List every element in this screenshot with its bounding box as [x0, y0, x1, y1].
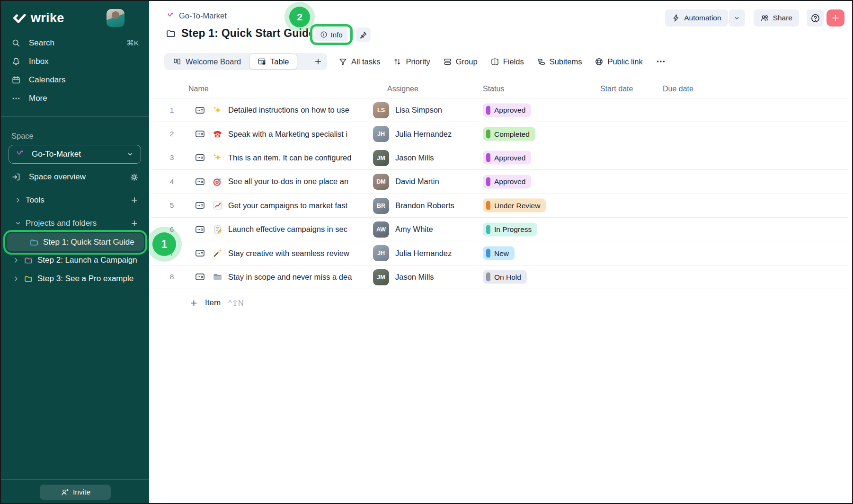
assignee-avatar[interactable]: BR	[373, 198, 389, 214]
task-name[interactable]: Stay in scope and never miss a dea	[228, 265, 364, 289]
column-header-start-date[interactable]: Start date	[600, 85, 633, 93]
view-tab-welcome-board[interactable]: Welcome Board	[164, 53, 249, 70]
share-button[interactable]: Share	[754, 9, 799, 27]
status-badge[interactable]: In Progress	[483, 222, 537, 236]
status-badge[interactable]: Completed	[483, 127, 535, 141]
status-badge[interactable]: On Hold	[483, 270, 527, 284]
column-header-name[interactable]: Name	[188, 85, 209, 93]
assignee-name[interactable]: Jason Mills	[395, 265, 434, 289]
column-header-status[interactable]: Status	[483, 85, 504, 93]
toolbar-subitems[interactable]: Subitems	[537, 57, 582, 66]
sidebar-item-calendars[interactable]: Calendars	[1, 71, 149, 89]
chevron-right-icon[interactable]	[12, 275, 20, 283]
chevron-right-icon[interactable]	[12, 256, 20, 264]
question-icon	[810, 13, 820, 23]
sidebar-item-search[interactable]: Search ⌘K	[1, 34, 149, 52]
table-row[interactable]: 8 Stay in scope and never miss a dea JM …	[151, 265, 848, 289]
task-name[interactable]: Get your campaigns to market fast	[228, 194, 364, 217]
table-row[interactable]: 3 This is an item. It can be configured …	[151, 146, 848, 170]
task-name[interactable]: This is an item. It can be configured	[228, 146, 364, 169]
gear-icon[interactable]	[130, 173, 139, 182]
invite-button[interactable]: Invite	[40, 485, 111, 500]
assignee-name[interactable]: Jason Mills	[395, 146, 434, 169]
status-badge[interactable]: Under Review	[483, 199, 546, 212]
assignee-avatar[interactable]: LS	[373, 102, 389, 118]
status-badge[interactable]: New	[483, 247, 515, 260]
status-bar	[486, 177, 490, 186]
assignee-avatar[interactable]: JH	[373, 245, 389, 261]
column-header-due-date[interactable]: Due date	[663, 85, 693, 93]
task-name[interactable]: Detailed instructions on how to use	[228, 98, 364, 122]
sidebar-item-tools[interactable]: Tools	[1, 191, 149, 209]
toolbar-fields[interactable]: Fields	[490, 57, 524, 66]
chevron-right-icon[interactable]	[14, 196, 22, 204]
sidebar-folder-1[interactable]: Step 1: Quick Start Guide	[7, 233, 144, 251]
status-bar	[486, 130, 490, 139]
row-number: 2	[164, 122, 180, 145]
table-row[interactable]: 7 Stay creative with seamless review JH …	[151, 241, 848, 265]
sidebar-folder-3[interactable]: Step 3: See a Pro example	[7, 270, 144, 288]
table-row[interactable]: 5 Get your campaigns to market fast BR B…	[151, 194, 848, 218]
create-new-button[interactable]	[826, 9, 844, 27]
info-button[interactable]: Info	[315, 28, 347, 41]
automation-button[interactable]: Automation	[665, 9, 728, 27]
assignee-avatar[interactable]: DM	[373, 174, 389, 190]
assignee-avatar[interactable]: AW	[373, 221, 389, 238]
add-view-button[interactable]	[309, 53, 327, 70]
breadcrumb[interactable]: Go-To-Market	[167, 11, 227, 20]
assignee-name[interactable]: Lisa Simpson	[395, 98, 442, 122]
status-badge[interactable]: Approved	[483, 151, 531, 165]
table-body: 1 Detailed instructions on how to use LS…	[151, 98, 848, 289]
table-row[interactable]: 1 Detailed instructions on how to use LS…	[151, 98, 848, 122]
task-name[interactable]: Speak with a Marketing specialist i	[228, 122, 364, 145]
column-header-assignee[interactable]: Assignee	[387, 85, 418, 93]
collapse-sidebar-icon[interactable]	[130, 14, 139, 22]
assignee-name[interactable]: David Martin	[395, 170, 439, 193]
view-tab-table[interactable]: Table	[249, 53, 297, 70]
task-name[interactable]: Launch effective campaigns in sec	[228, 218, 364, 241]
sidebar-item-more[interactable]: More	[1, 89, 149, 107]
user-avatar[interactable]	[107, 9, 124, 27]
assignee-name[interactable]: Brandon Roberts	[395, 194, 454, 217]
assignee-avatar[interactable]: JH	[373, 126, 389, 142]
assignee-avatar[interactable]: JM	[373, 150, 389, 166]
pin-button[interactable]	[355, 27, 371, 42]
overview-icon	[11, 172, 21, 182]
assignee-name[interactable]: Julia Hernandez	[395, 241, 452, 265]
table-row[interactable]: 6 Launch effective campaigns in sec AW A…	[151, 218, 848, 241]
status-bar	[486, 201, 490, 210]
toolbar-priority[interactable]: Priority	[393, 57, 430, 66]
space-menu-icon[interactable]	[130, 132, 139, 140]
toolbar-public-link[interactable]: Public link	[595, 57, 642, 66]
emoji-sparkles-icon	[213, 153, 222, 163]
task-name[interactable]: Stay creative with seamless review	[228, 241, 364, 265]
status-badge[interactable]: Approved	[483, 175, 531, 188]
plus-icon	[189, 299, 198, 308]
sidebar-item-projects-and-folders[interactable]: Projects and folders	[1, 214, 149, 232]
chevron-down-icon[interactable]	[14, 220, 22, 227]
breadcrumb-label: Go-To-Market	[179, 11, 227, 20]
add-column-icon[interactable]	[727, 84, 736, 93]
assignee-name[interactable]: Julia Hernandez	[395, 122, 452, 145]
status-badge[interactable]: Approved	[483, 103, 531, 117]
toolbar-all-tasks[interactable]: All tasks	[338, 57, 380, 66]
table-row[interactable]: 2 Speak with a Marketing specialist i JH…	[151, 122, 848, 146]
sidebar-folder-2[interactable]: Step 2: Launch a Campaign	[7, 251, 144, 269]
assignee-name[interactable]: Amy White	[395, 218, 433, 241]
ellipsis-icon[interactable]	[656, 56, 666, 67]
toolbar-group[interactable]: Group	[443, 57, 478, 66]
table-row[interactable]: 4 See all your to-dos in one place an DM…	[151, 170, 848, 194]
help-button[interactable]	[807, 9, 824, 27]
assignee-avatar[interactable]: JM	[373, 269, 389, 285]
automation-dropdown-button[interactable]	[729, 9, 745, 27]
item-type-icon	[194, 177, 206, 186]
plus-icon[interactable]	[130, 196, 139, 204]
status-bar	[486, 153, 490, 162]
task-name[interactable]: See all your to-dos in one place an	[228, 170, 364, 193]
plus-icon[interactable]	[130, 219, 139, 228]
people-icon	[760, 14, 769, 23]
space-selector[interactable]: Go-To-Market	[9, 145, 141, 164]
sidebar-item-inbox[interactable]: Inbox	[1, 53, 149, 71]
add-item-button[interactable]: Item ^⇧N	[151, 292, 244, 313]
sidebar-item-space-overview[interactable]: Space overview	[1, 168, 149, 186]
